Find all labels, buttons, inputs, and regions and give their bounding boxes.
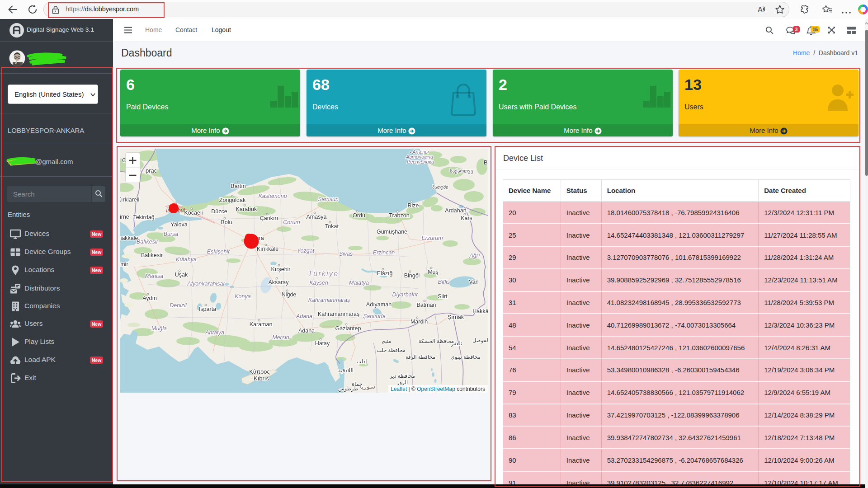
- svg-text:A: A: [758, 6, 763, 14]
